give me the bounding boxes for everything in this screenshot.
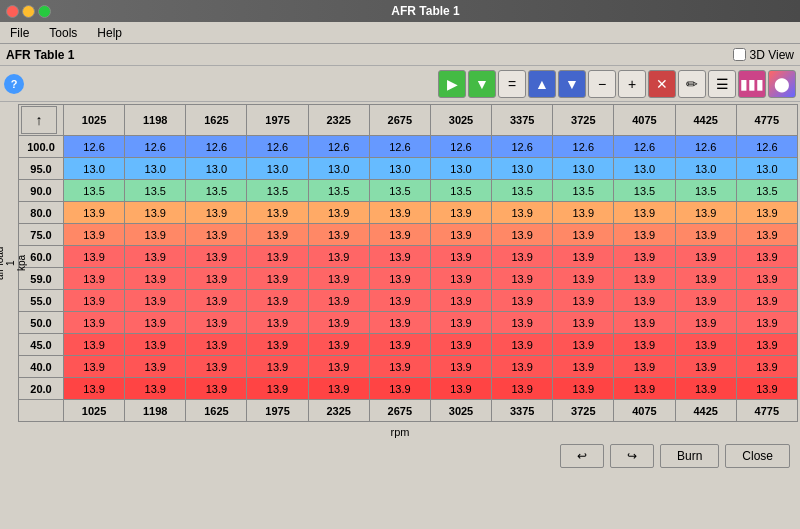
cell-75.0-3375[interactable]: 13.9: [492, 224, 553, 246]
cell-20.0-4075[interactable]: 13.9: [614, 378, 675, 400]
cell-45.0-3725[interactable]: 13.9: [553, 334, 614, 356]
cell-40.0-3375[interactable]: 13.9: [492, 356, 553, 378]
cell-95.0-1975[interactable]: 13.0: [247, 158, 308, 180]
close-window-btn[interactable]: [6, 5, 19, 18]
cell-60.0-3025[interactable]: 13.9: [430, 246, 491, 268]
cell-50.0-1975[interactable]: 13.9: [247, 312, 308, 334]
cell-80.0-1625[interactable]: 13.9: [186, 202, 247, 224]
cell-40.0-4425[interactable]: 13.9: [675, 356, 736, 378]
cross-btn[interactable]: ✕: [648, 70, 676, 98]
cell-95.0-4075[interactable]: 13.0: [614, 158, 675, 180]
color-btn[interactable]: ⬤: [768, 70, 796, 98]
cell-90.0-3025[interactable]: 13.5: [430, 180, 491, 202]
cell-55.0-3725[interactable]: 13.9: [553, 290, 614, 312]
cell-45.0-3375[interactable]: 13.9: [492, 334, 553, 356]
cell-90.0-2675[interactable]: 13.5: [369, 180, 430, 202]
cell-45.0-1198[interactable]: 13.9: [125, 334, 186, 356]
cell-75.0-4425[interactable]: 13.9: [675, 224, 736, 246]
cell-59.0-1975[interactable]: 13.9: [247, 268, 308, 290]
cell-45.0-1025[interactable]: 13.9: [64, 334, 125, 356]
cell-50.0-2675[interactable]: 13.9: [369, 312, 430, 334]
cell-90.0-3375[interactable]: 13.5: [492, 180, 553, 202]
cell-90.0-1975[interactable]: 13.5: [247, 180, 308, 202]
minimize-btn[interactable]: [22, 5, 35, 18]
cell-60.0-4425[interactable]: 13.9: [675, 246, 736, 268]
cell-40.0-2675[interactable]: 13.9: [369, 356, 430, 378]
cell-40.0-3725[interactable]: 13.9: [553, 356, 614, 378]
cell-40.0-2325[interactable]: 13.9: [308, 356, 369, 378]
cell-95.0-1198[interactable]: 13.0: [125, 158, 186, 180]
cell-95.0-2675[interactable]: 13.0: [369, 158, 430, 180]
cell-60.0-1198[interactable]: 13.9: [125, 246, 186, 268]
cell-80.0-3725[interactable]: 13.9: [553, 202, 614, 224]
cell-45.0-3025[interactable]: 13.9: [430, 334, 491, 356]
cell-45.0-1625[interactable]: 13.9: [186, 334, 247, 356]
cell-45.0-4075[interactable]: 13.9: [614, 334, 675, 356]
cell-80.0-2675[interactable]: 13.9: [369, 202, 430, 224]
3d-view-toggle[interactable]: 3D View: [733, 48, 794, 62]
cell-59.0-4075[interactable]: 13.9: [614, 268, 675, 290]
go-previous-btn[interactable]: ▶: [438, 70, 466, 98]
cell-100.0-2325[interactable]: 12.6: [308, 136, 369, 158]
cell-50.0-1025[interactable]: 13.9: [64, 312, 125, 334]
cell-59.0-4425[interactable]: 13.9: [675, 268, 736, 290]
cell-80.0-1198[interactable]: 13.9: [125, 202, 186, 224]
cell-45.0-4425[interactable]: 13.9: [675, 334, 736, 356]
undo-btn[interactable]: ↩: [560, 444, 604, 468]
equals-btn[interactable]: =: [498, 70, 526, 98]
cell-80.0-3025[interactable]: 13.9: [430, 202, 491, 224]
cell-90.0-1025[interactable]: 13.5: [64, 180, 125, 202]
minus-btn[interactable]: −: [588, 70, 616, 98]
3d-view-checkbox[interactable]: [733, 48, 746, 61]
cell-100.0-3725[interactable]: 12.6: [553, 136, 614, 158]
cell-90.0-3725[interactable]: 13.5: [553, 180, 614, 202]
cell-55.0-3375[interactable]: 13.9: [492, 290, 553, 312]
cell-20.0-3725[interactable]: 13.9: [553, 378, 614, 400]
cell-20.0-2675[interactable]: 13.9: [369, 378, 430, 400]
cell-50.0-1625[interactable]: 13.9: [186, 312, 247, 334]
cell-59.0-4775[interactable]: 13.9: [736, 268, 797, 290]
cell-75.0-4075[interactable]: 13.9: [614, 224, 675, 246]
cell-75.0-3725[interactable]: 13.9: [553, 224, 614, 246]
cell-80.0-4075[interactable]: 13.9: [614, 202, 675, 224]
window-controls[interactable]: [6, 5, 51, 18]
cell-95.0-4425[interactable]: 13.0: [675, 158, 736, 180]
cell-40.0-4775[interactable]: 13.9: [736, 356, 797, 378]
cell-100.0-4425[interactable]: 12.6: [675, 136, 736, 158]
cell-55.0-1625[interactable]: 13.9: [186, 290, 247, 312]
cell-100.0-1975[interactable]: 12.6: [247, 136, 308, 158]
cell-95.0-3025[interactable]: 13.0: [430, 158, 491, 180]
cell-80.0-2325[interactable]: 13.9: [308, 202, 369, 224]
cell-59.0-3025[interactable]: 13.9: [430, 268, 491, 290]
cell-55.0-4425[interactable]: 13.9: [675, 290, 736, 312]
cell-59.0-2325[interactable]: 13.9: [308, 268, 369, 290]
cell-100.0-3375[interactable]: 12.6: [492, 136, 553, 158]
cell-50.0-3025[interactable]: 13.9: [430, 312, 491, 334]
cell-80.0-4775[interactable]: 13.9: [736, 202, 797, 224]
cell-20.0-1975[interactable]: 13.9: [247, 378, 308, 400]
cell-20.0-1025[interactable]: 13.9: [64, 378, 125, 400]
cell-59.0-2675[interactable]: 13.9: [369, 268, 430, 290]
cell-59.0-1198[interactable]: 13.9: [125, 268, 186, 290]
corner-button[interactable]: ↑: [21, 106, 57, 134]
cell-75.0-2675[interactable]: 13.9: [369, 224, 430, 246]
cell-20.0-3375[interactable]: 13.9: [492, 378, 553, 400]
menu-file[interactable]: File: [4, 24, 35, 42]
cell-20.0-4775[interactable]: 13.9: [736, 378, 797, 400]
cell-95.0-1625[interactable]: 13.0: [186, 158, 247, 180]
cell-59.0-3725[interactable]: 13.9: [553, 268, 614, 290]
down-btn[interactable]: ▼: [558, 70, 586, 98]
cell-20.0-3025[interactable]: 13.9: [430, 378, 491, 400]
cell-50.0-4425[interactable]: 13.9: [675, 312, 736, 334]
cell-75.0-2325[interactable]: 13.9: [308, 224, 369, 246]
cell-100.0-1025[interactable]: 12.6: [64, 136, 125, 158]
cell-100.0-2675[interactable]: 12.6: [369, 136, 430, 158]
pencil-btn[interactable]: ✏: [678, 70, 706, 98]
cell-95.0-3375[interactable]: 13.0: [492, 158, 553, 180]
cell-60.0-1025[interactable]: 13.9: [64, 246, 125, 268]
cell-40.0-1025[interactable]: 13.9: [64, 356, 125, 378]
plus-btn[interactable]: +: [618, 70, 646, 98]
cell-40.0-1975[interactable]: 13.9: [247, 356, 308, 378]
cell-60.0-1975[interactable]: 13.9: [247, 246, 308, 268]
cell-75.0-3025[interactable]: 13.9: [430, 224, 491, 246]
